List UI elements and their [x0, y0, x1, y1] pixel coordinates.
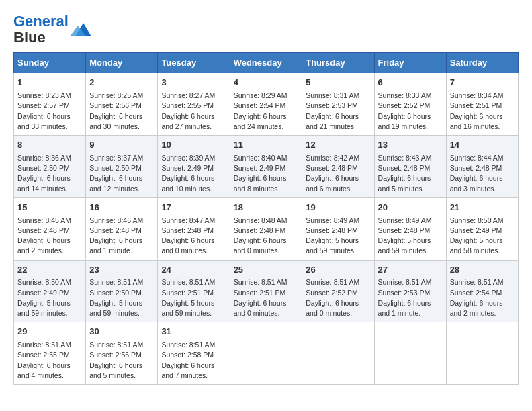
day-info: Sunrise: 8:39 AMSunset: 2:49 PMDaylight:… — [161, 153, 226, 194]
calendar-cell: 12Sunrise: 8:42 AMSunset: 2:48 PMDayligh… — [302, 136, 374, 198]
day-number: 4 — [234, 77, 299, 89]
calendar-cell: 30Sunrise: 8:51 AMSunset: 2:56 PMDayligh… — [86, 322, 158, 385]
calendar-cell: 6Sunrise: 8:33 AMSunset: 2:52 PMDaylight… — [374, 73, 446, 136]
day-number: 5 — [306, 77, 370, 89]
day-info: Sunrise: 8:51 AMSunset: 2:58 PMDaylight:… — [161, 340, 226, 381]
day-number: 13 — [378, 139, 443, 152]
calendar-cell: 7Sunrise: 8:34 AMSunset: 2:51 PMDaylight… — [446, 73, 518, 136]
day-info: Sunrise: 8:37 AMSunset: 2:50 PMDaylight:… — [89, 153, 154, 194]
dow-header-friday: Friday — [374, 53, 446, 73]
calendar-cell: 9Sunrise: 8:37 AMSunset: 2:50 PMDaylight… — [86, 136, 158, 198]
logo-text: GeneralBlue — [13, 13, 69, 46]
calendar-cell: 23Sunrise: 8:51 AMSunset: 2:50 PMDayligh… — [86, 260, 158, 322]
day-number: 6 — [378, 77, 443, 89]
day-number: 15 — [17, 201, 82, 214]
day-number: 21 — [450, 201, 515, 214]
day-info: Sunrise: 8:45 AMSunset: 2:48 PMDaylight:… — [17, 216, 82, 257]
calendar-cell — [302, 322, 374, 385]
day-info: Sunrise: 8:48 AMSunset: 2:48 PMDaylight:… — [234, 216, 299, 257]
day-info: Sunrise: 8:42 AMSunset: 2:48 PMDaylight:… — [306, 153, 370, 194]
day-info: Sunrise: 8:23 AMSunset: 2:57 PMDaylight:… — [17, 91, 82, 132]
calendar-cell: 31Sunrise: 8:51 AMSunset: 2:58 PMDayligh… — [158, 322, 230, 385]
calendar-cell: 15Sunrise: 8:45 AMSunset: 2:48 PMDayligh… — [14, 197, 86, 260]
day-number: 29 — [17, 326, 82, 338]
calendar-cell: 10Sunrise: 8:39 AMSunset: 2:49 PMDayligh… — [158, 136, 230, 198]
dow-header-tuesday: Tuesday — [158, 53, 230, 73]
calendar-cell: 16Sunrise: 8:46 AMSunset: 2:48 PMDayligh… — [86, 197, 158, 260]
calendar-cell: 8Sunrise: 8:36 AMSunset: 2:50 PMDaylight… — [14, 136, 86, 198]
logo-icon — [70, 20, 91, 39]
day-number: 19 — [306, 201, 370, 214]
calendar-week-4: 22Sunrise: 8:50 AMSunset: 2:49 PMDayligh… — [14, 260, 519, 322]
calendar-cell: 22Sunrise: 8:50 AMSunset: 2:49 PMDayligh… — [14, 260, 86, 322]
day-number: 26 — [306, 264, 370, 277]
dow-header-saturday: Saturday — [446, 53, 518, 73]
dow-header-sunday: Sunday — [14, 53, 86, 73]
dow-header-thursday: Thursday — [302, 53, 374, 73]
day-info: Sunrise: 8:44 AMSunset: 2:48 PMDaylight:… — [450, 153, 515, 194]
day-info: Sunrise: 8:46 AMSunset: 2:48 PMDaylight:… — [89, 216, 154, 257]
calendar-cell: 5Sunrise: 8:31 AMSunset: 2:53 PMDaylight… — [302, 73, 374, 136]
header: GeneralBlue — [13, 13, 519, 46]
calendar-cell: 3Sunrise: 8:27 AMSunset: 2:55 PMDaylight… — [158, 73, 230, 136]
day-info: Sunrise: 8:47 AMSunset: 2:48 PMDaylight:… — [161, 216, 226, 257]
day-info: Sunrise: 8:33 AMSunset: 2:52 PMDaylight:… — [378, 91, 443, 132]
day-info: Sunrise: 8:50 AMSunset: 2:49 PMDaylight:… — [450, 216, 515, 257]
day-number: 25 — [234, 264, 299, 277]
calendar-week-3: 15Sunrise: 8:45 AMSunset: 2:48 PMDayligh… — [14, 197, 519, 260]
calendar-cell: 29Sunrise: 8:51 AMSunset: 2:55 PMDayligh… — [14, 322, 86, 385]
day-info: Sunrise: 8:51 AMSunset: 2:55 PMDaylight:… — [17, 340, 82, 381]
day-number: 7 — [450, 77, 515, 89]
day-info: Sunrise: 8:51 AMSunset: 2:54 PMDaylight:… — [450, 277, 515, 318]
calendar-cell — [446, 322, 518, 385]
day-number: 16 — [89, 201, 154, 214]
calendar-cell: 13Sunrise: 8:43 AMSunset: 2:48 PMDayligh… — [374, 136, 446, 198]
day-number: 17 — [161, 201, 226, 214]
calendar-cell: 17Sunrise: 8:47 AMSunset: 2:48 PMDayligh… — [158, 197, 230, 260]
calendar-cell: 20Sunrise: 8:49 AMSunset: 2:48 PMDayligh… — [374, 197, 446, 260]
day-number: 20 — [378, 201, 443, 214]
day-info: Sunrise: 8:50 AMSunset: 2:49 PMDaylight:… — [17, 277, 82, 318]
day-number: 9 — [89, 139, 154, 152]
day-number: 10 — [161, 139, 226, 152]
calendar: SundayMondayTuesdayWednesdayThursdayFrid… — [13, 52, 519, 385]
day-info: Sunrise: 8:51 AMSunset: 2:50 PMDaylight:… — [89, 277, 154, 318]
dow-header-monday: Monday — [86, 53, 158, 73]
day-info: Sunrise: 8:34 AMSunset: 2:51 PMDaylight:… — [450, 91, 515, 132]
calendar-week-2: 8Sunrise: 8:36 AMSunset: 2:50 PMDaylight… — [14, 136, 519, 198]
calendar-cell: 21Sunrise: 8:50 AMSunset: 2:49 PMDayligh… — [446, 197, 518, 260]
day-number: 11 — [234, 139, 299, 152]
calendar-body: 1Sunrise: 8:23 AMSunset: 2:57 PMDaylight… — [14, 73, 519, 385]
calendar-cell: 19Sunrise: 8:49 AMSunset: 2:48 PMDayligh… — [302, 197, 374, 260]
day-number: 31 — [161, 326, 226, 338]
day-number: 30 — [89, 326, 154, 338]
day-info: Sunrise: 8:51 AMSunset: 2:56 PMDaylight:… — [89, 340, 154, 381]
day-number: 8 — [17, 139, 82, 152]
day-info: Sunrise: 8:49 AMSunset: 2:48 PMDaylight:… — [306, 216, 370, 257]
day-info: Sunrise: 8:25 AMSunset: 2:56 PMDaylight:… — [89, 91, 154, 132]
dow-header-wednesday: Wednesday — [230, 53, 302, 73]
day-info: Sunrise: 8:49 AMSunset: 2:48 PMDaylight:… — [378, 216, 443, 257]
day-number: 27 — [378, 264, 443, 277]
calendar-cell: 24Sunrise: 8:51 AMSunset: 2:51 PMDayligh… — [158, 260, 230, 322]
calendar-cell: 1Sunrise: 8:23 AMSunset: 2:57 PMDaylight… — [14, 73, 86, 136]
day-number: 1 — [17, 77, 82, 89]
calendar-week-5: 29Sunrise: 8:51 AMSunset: 2:55 PMDayligh… — [14, 322, 519, 385]
calendar-cell: 2Sunrise: 8:25 AMSunset: 2:56 PMDaylight… — [86, 73, 158, 136]
day-number: 12 — [306, 139, 370, 152]
day-number: 28 — [450, 264, 515, 277]
day-info: Sunrise: 8:51 AMSunset: 2:51 PMDaylight:… — [161, 277, 226, 318]
logo: GeneralBlue — [13, 13, 91, 46]
day-info: Sunrise: 8:36 AMSunset: 2:50 PMDaylight:… — [17, 153, 82, 194]
day-info: Sunrise: 8:31 AMSunset: 2:53 PMDaylight:… — [306, 91, 370, 132]
day-info: Sunrise: 8:29 AMSunset: 2:54 PMDaylight:… — [234, 91, 299, 132]
day-info: Sunrise: 8:51 AMSunset: 2:51 PMDaylight:… — [234, 277, 299, 318]
day-info: Sunrise: 8:51 AMSunset: 2:52 PMDaylight:… — [306, 277, 370, 318]
day-number: 2 — [89, 77, 154, 89]
calendar-cell: 4Sunrise: 8:29 AMSunset: 2:54 PMDaylight… — [230, 73, 302, 136]
calendar-cell: 18Sunrise: 8:48 AMSunset: 2:48 PMDayligh… — [230, 197, 302, 260]
calendar-cell: 26Sunrise: 8:51 AMSunset: 2:52 PMDayligh… — [302, 260, 374, 322]
day-number: 23 — [89, 264, 154, 277]
days-of-week-header: SundayMondayTuesdayWednesdayThursdayFrid… — [14, 53, 519, 73]
day-info: Sunrise: 8:27 AMSunset: 2:55 PMDaylight:… — [161, 91, 226, 132]
